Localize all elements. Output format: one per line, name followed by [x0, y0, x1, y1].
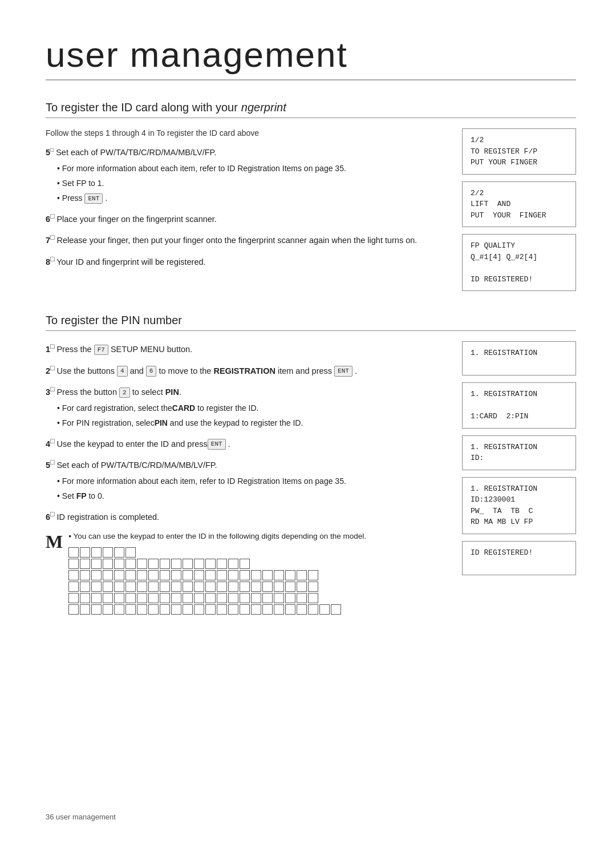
step-5-bullets: For more information about each item, re… [57, 163, 445, 204]
lcd-pin-box-1: 1. REGISTRATION [462, 341, 576, 375]
digit-box [251, 581, 261, 592]
step-8: 8□ Your ID and fingerprint will be regis… [46, 254, 445, 269]
lcd-pin-box-5: ID REGISTERED! [462, 541, 576, 575]
digit-box [308, 593, 318, 603]
digit-box [251, 593, 261, 603]
digit-box [194, 559, 204, 569]
digit-box [125, 559, 136, 569]
digit-box [183, 559, 193, 569]
digit-box [160, 559, 170, 569]
digit-box [80, 604, 90, 615]
section1-header: To register the ID card along with your … [46, 101, 576, 118]
digit-box [228, 593, 238, 603]
pin-step-5: 5□ Set each of PW/TA/TB/C/RD/MA/MB/LV/FP… [46, 457, 445, 502]
digit-box [262, 581, 273, 592]
digit-box [285, 593, 295, 603]
digit-row-4 [68, 581, 366, 592]
digit-box [171, 581, 181, 592]
bullet-item: For more information about each item, re… [57, 163, 445, 175]
digit-box [205, 570, 216, 580]
digit-box [262, 570, 273, 580]
digit-box [114, 593, 124, 603]
digit-box [217, 559, 227, 569]
digit-box [171, 570, 181, 580]
digit-box [91, 559, 102, 569]
digit-box [160, 593, 170, 603]
btn-4: 4 [117, 366, 128, 377]
digit-box [205, 559, 216, 569]
section2-right: 1. REGISTRATION 1. REGISTRATION 1:CARD 2… [462, 341, 576, 616]
digit-box [68, 593, 79, 603]
digit-box [114, 570, 124, 580]
section1-left: Follow the steps 1 through 4 in To regis… [46, 128, 445, 291]
digit-box [217, 593, 227, 603]
digit-box [285, 570, 295, 580]
digit-box [80, 559, 90, 569]
digit-box [262, 604, 273, 615]
pin-step-1: 1□ Press the F7 SETUP MENU button. [46, 341, 445, 356]
section2-heading: To register the PIN number [46, 314, 182, 327]
pin-step-5-bullets: For more information about each item, re… [57, 475, 445, 502]
pin-step-3: 3□ Press the button 2 to select PIN. For… [46, 384, 445, 429]
digit-box [297, 581, 307, 592]
section1-right: 1/2 TO REGISTER F/P PUT YOUR FINGER 2/2 … [462, 128, 576, 291]
digit-box [297, 570, 307, 580]
f7-key: F7 [94, 345, 108, 356]
digit-box [68, 581, 79, 592]
digit-box [103, 581, 113, 592]
note-letter: M [46, 532, 63, 551]
digit-box [262, 593, 273, 603]
bullet-item: Press ENT . [57, 192, 445, 204]
digit-box [183, 581, 193, 592]
lcd-pin-box-4: 1. REGISTRATION ID:1230001 PW_ TA TB C R… [462, 477, 576, 534]
digit-box [114, 604, 124, 615]
digit-box [274, 593, 284, 603]
note-text: You can use the keypad to enter the ID i… [74, 532, 367, 540]
digit-box [103, 570, 113, 580]
digit-box [251, 570, 261, 580]
digit-box [91, 604, 102, 615]
digit-box [217, 581, 227, 592]
digit-row-2 [68, 559, 366, 569]
digit-box [103, 604, 113, 615]
digit-box [91, 570, 102, 580]
bullet-item: Set FP to 0. [57, 490, 445, 502]
section2-left: 1□ Press the F7 SETUP MENU button. 2□ Us… [46, 341, 445, 616]
lcd-box-2: 2/2 LIFT AND PUT YOUR FINGER [462, 181, 576, 228]
digit-box [240, 559, 250, 569]
digit-box [240, 593, 250, 603]
digit-box [160, 570, 170, 580]
digit-box [308, 604, 318, 615]
digit-box [160, 581, 170, 592]
digit-box [217, 604, 227, 615]
page-title: user management [46, 34, 576, 80]
section-pin: To register the PIN number 1□ Press the … [46, 314, 576, 616]
digit-box [194, 581, 204, 592]
digit-box [228, 604, 238, 615]
digit-box [125, 547, 136, 558]
digit-box [80, 570, 90, 580]
digit-box [183, 604, 193, 615]
digit-box [91, 593, 102, 603]
digit-row-5 [68, 593, 366, 603]
btn-2: 2 [119, 387, 130, 398]
digit-box [68, 570, 79, 580]
digit-box [194, 604, 204, 615]
digit-box [194, 593, 204, 603]
section-id-fingerprint: To register the ID card along with your … [46, 101, 576, 291]
digit-rows [68, 547, 366, 615]
bullet-item: For PIN registration, selecPIN and use t… [57, 417, 445, 429]
digit-box [103, 593, 113, 603]
digit-box [91, 547, 102, 558]
step-7: 7□ Release your finger, then put your fi… [46, 232, 445, 247]
digit-box [308, 581, 318, 592]
digit-box [240, 570, 250, 580]
note-bullet-symbol: ▪ [68, 532, 73, 540]
digit-box [285, 604, 295, 615]
digit-box [137, 570, 147, 580]
digit-box [274, 581, 284, 592]
follow-text: Follow the steps 1 through 4 in To regis… [46, 128, 445, 138]
ent-key3: ENT [208, 439, 226, 450]
digit-box [103, 559, 113, 569]
pin-step-3-bullets: For card registration, select theCARD to… [57, 402, 445, 429]
